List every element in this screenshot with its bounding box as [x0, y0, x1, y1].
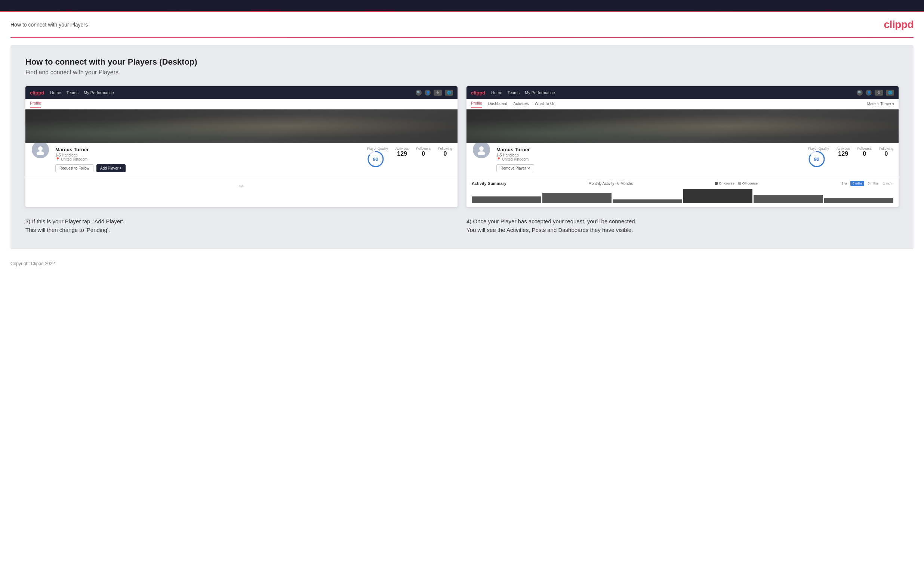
player-name-1: Marcus Turner	[55, 147, 362, 152]
chart-bar-4	[683, 189, 753, 203]
header-divider	[10, 37, 914, 38]
profile-info-1: Marcus Turner 1-5 Handicap 📍 United King…	[55, 147, 362, 172]
screenshots-row: clippd Home Teams My Performance 🔍 👤 ⚙ 🌐…	[26, 86, 898, 207]
tab-profile-2[interactable]: Profile	[471, 101, 482, 108]
stats-row-2: Player Quality 92 Activities 129	[808, 147, 893, 168]
player-handicap-2: 1-5 Handicap	[496, 153, 803, 157]
nav-teams-2: Teams	[507, 90, 520, 95]
nav-teams-1: Teams	[66, 90, 79, 95]
activities-stat-2: Activities 129	[837, 147, 850, 157]
quality-label-2: Player Quality	[808, 147, 829, 150]
remove-player-button-2[interactable]: Remove Player ✕	[496, 164, 534, 172]
user-icon-2: 👤	[866, 90, 872, 96]
tab-player-name-right-2: Marcus Turner ▾	[867, 102, 894, 106]
app-nav-icons-1: 🔍 👤 ⚙ 🌐	[416, 90, 453, 96]
activities-stat-1: Activities 129	[396, 147, 409, 157]
instruction-text-4: 4) Once your Player has accepted your re…	[467, 218, 898, 234]
search-icon-1: 🔍	[416, 90, 422, 96]
app-logo-2: clippd	[471, 90, 485, 96]
followers-label-2: Followers	[857, 147, 872, 150]
globe-icon-1: 🌐	[445, 90, 453, 96]
page-breadcrumb: How to connect with your Players	[10, 22, 88, 27]
tab-what-to-on-2[interactable]: What To On	[535, 101, 556, 107]
clippd-logo: clippd	[884, 19, 914, 31]
following-label-1: Following	[438, 147, 452, 150]
app-tab-row-1: Profile	[26, 99, 457, 110]
period-3mths[interactable]: 3 mths	[866, 181, 880, 186]
nav-home-2: Home	[491, 90, 502, 95]
player-quality-stat-2: Player Quality 92	[808, 147, 829, 168]
quality-label-1: Player Quality	[367, 147, 388, 150]
top-bar	[0, 0, 924, 12]
activities-label-2: Activities	[837, 147, 850, 150]
following-label-2: Following	[879, 147, 893, 150]
chart-bar-5	[754, 195, 823, 203]
user-icon-1: 👤	[425, 90, 431, 96]
player-name-2: Marcus Turner	[496, 147, 803, 152]
bottom-edit-area-1: ✏	[26, 177, 457, 195]
app-logo-1: clippd	[30, 90, 44, 96]
activity-title-2: Activity Summary	[472, 181, 506, 185]
player-location-2: 📍 United Kingdom	[496, 157, 803, 161]
activities-value-2: 129	[837, 150, 850, 157]
activity-period-2: Monthly Activity · 6 Months	[588, 182, 632, 185]
period-1mth[interactable]: 1 mth	[881, 181, 893, 186]
chart-bar-6	[824, 198, 894, 203]
instruction-block-4: 4) Once your Player has accepted your re…	[467, 218, 898, 234]
following-value-1: 0	[438, 150, 452, 157]
period-6mths[interactable]: 6 mths	[850, 181, 864, 186]
player-quality-stat-1: Player Quality 92	[367, 147, 388, 168]
svg-point-1	[37, 151, 44, 155]
nav-performance-1: My Performance	[84, 90, 114, 95]
followers-value-1: 0	[416, 150, 431, 157]
tab-profile-1[interactable]: Profile	[30, 101, 41, 108]
activity-legend-2: On course Off course	[715, 182, 758, 185]
following-stat-2: Following 0	[879, 147, 893, 157]
activities-label-1: Activities	[396, 147, 409, 150]
on-course-label: On course	[719, 182, 735, 185]
period-1yr[interactable]: 1 yr	[840, 181, 849, 186]
following-value-2: 0	[879, 150, 893, 157]
request-follow-button-1[interactable]: Request to Follow	[55, 164, 94, 172]
profile-section-2: Marcus Turner 1-5 Handicap 📍 United King…	[467, 143, 898, 177]
add-player-button-1[interactable]: Add Player +	[97, 164, 126, 172]
nav-home-1: Home	[50, 90, 61, 95]
quality-number-1: 92	[373, 156, 378, 162]
quality-number-2: 92	[814, 156, 819, 162]
copyright-text: Copyright Clippd 2022	[10, 261, 55, 266]
quality-circle-1: 92	[367, 150, 384, 168]
chart-bar-2	[542, 193, 612, 203]
page-footer: Copyright Clippd 2022	[0, 256, 924, 271]
main-content: How to connect with your Players (Deskto…	[10, 45, 914, 249]
following-stat-1: Following 0	[438, 147, 452, 157]
app-navbar-2: clippd Home Teams My Performance 🔍 👤 ⚙ 🌐	[467, 86, 898, 99]
player-location-1: 📍 United Kingdom	[55, 157, 362, 161]
off-course-dot	[738, 182, 741, 185]
tab-dashboard-2[interactable]: Dashboard	[488, 101, 507, 107]
app-nav-links-2: Home Teams My Performance	[491, 90, 851, 95]
instruction-text-3: 3) If this is your Player tap, 'Add Play…	[26, 218, 457, 234]
followers-stat-2: Followers 0	[857, 147, 872, 157]
profile-info-2: Marcus Turner 1-5 Handicap 📍 United King…	[496, 147, 803, 172]
followers-label-1: Followers	[416, 147, 431, 150]
cover-photo-2	[467, 110, 898, 143]
profile-section-1: Marcus Turner 1-5 Handicap 📍 United King…	[26, 143, 457, 177]
page-header: How to connect with your Players clippd	[0, 12, 924, 37]
period-buttons-2: 1 yr 6 mths 3 mths 1 mth	[840, 181, 893, 186]
svg-point-4	[479, 147, 484, 151]
buttons-row-2: Remove Player ✕	[496, 164, 803, 172]
chart-bar-3	[613, 200, 682, 203]
instructions-row: 3) If this is your Player tap, 'Add Play…	[26, 218, 898, 234]
legend-off-course: Off course	[738, 182, 758, 185]
instruction-block-3: 3) If this is your Player tap, 'Add Play…	[26, 218, 457, 234]
settings-icon-2: ⚙	[875, 90, 883, 96]
app-tab-row-2: Profile Dashboard Activities What To On …	[467, 99, 898, 110]
app-navbar-1: clippd Home Teams My Performance 🔍 👤 ⚙ 🌐	[26, 86, 457, 99]
tab-activities-2[interactable]: Activities	[513, 101, 528, 107]
activity-section-2: Activity Summary Monthly Activity · 6 Mo…	[467, 177, 898, 207]
app-nav-icons-2: 🔍 👤 ⚙ 🌐	[857, 90, 894, 96]
screenshot-2: clippd Home Teams My Performance 🔍 👤 ⚙ 🌐…	[467, 86, 898, 207]
activities-value-1: 129	[396, 150, 409, 157]
followers-value-2: 0	[857, 150, 872, 157]
chart-bar-1	[472, 197, 541, 203]
